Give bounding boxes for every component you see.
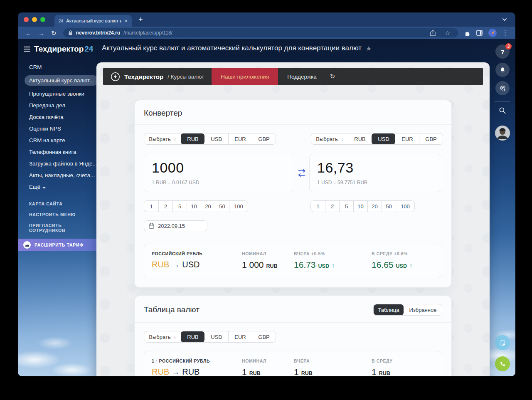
tab-strip: 24 Актуальный курс валют и авт × + <box>18 12 515 27</box>
to-currency-usd[interactable]: USD <box>372 133 395 144</box>
app-frame: Техдиректор / Курсы валют Наши приложени… <box>96 62 490 376</box>
sidebar-item-currency-rates[interactable]: Актуальный курс валют... <box>25 75 99 86</box>
to-amount-field: 16,73 1 USD = 59.7751 RUB <box>309 154 442 192</box>
close-icon[interactable]: × <box>124 18 128 24</box>
from-mult-100[interactable]: 100 <box>229 201 248 212</box>
to-currency-rub[interactable]: RUB <box>348 133 372 144</box>
search-button[interactable] <box>498 106 507 115</box>
chat-button[interactable] <box>495 81 510 95</box>
zoom-window-button[interactable] <box>40 17 45 22</box>
upgrade-plan-button[interactable]: РАСШИРИТЬ ТАРИФ <box>18 239 96 251</box>
table-currency-rub[interactable]: RUB <box>181 331 204 342</box>
to-mult-2[interactable]: 2 <box>325 201 339 212</box>
from-currency-group: Выбрать ↓ RUB USD EUR GBP <box>144 133 276 145</box>
swap-arrows-icon <box>297 168 307 178</box>
close-window-button[interactable] <box>24 17 29 22</box>
to-currency-select[interactable]: Выбрать ↓ <box>311 133 348 144</box>
to-multiplier-group: 1 2 5 10 20 50 100 <box>310 200 415 212</box>
table-currency-usd[interactable]: USD <box>204 331 228 342</box>
date-picker[interactable]: 2022.09.15 <box>144 220 207 231</box>
to-mult-1[interactable]: 1 <box>311 201 325 212</box>
from-currency-rub[interactable]: RUB <box>181 133 204 144</box>
sidebar-item-sitemap[interactable]: КАРТА САЙТА <box>29 201 63 206</box>
browser-tab[interactable]: 24 Актуальный курс валют и авт × <box>54 15 132 27</box>
telephony-button[interactable] <box>495 356 510 371</box>
yesterday-unit: USD <box>318 263 329 269</box>
sidebar-item-more[interactable]: Ещё <box>29 183 46 190</box>
hamburger-menu-icon[interactable] <box>24 47 30 52</box>
to-mult-5[interactable]: 5 <box>339 201 353 212</box>
window-controls <box>24 17 45 22</box>
to-mult-20[interactable]: 20 <box>367 201 382 212</box>
table-currency-gbp[interactable]: GBP <box>252 331 276 342</box>
to-mult-10[interactable]: 10 <box>353 201 367 212</box>
sidebar-item-yandex-upload[interactable]: Загрузка файлов в Янде... <box>29 160 97 167</box>
share-icon[interactable] <box>427 30 438 36</box>
our-apps-button[interactable]: Наши приложения <box>212 68 278 85</box>
sidebar-item-invite-employees[interactable]: ПРИГЛАСИТЬ СОТРУДНИКОВ <box>29 223 96 233</box>
user-avatar[interactable] <box>495 125 510 141</box>
to-currency-gbp[interactable]: GBP <box>419 133 443 144</box>
right-rail: ? 3 <box>490 39 515 376</box>
from-mult-5[interactable]: 5 <box>172 201 187 212</box>
to-mult-50[interactable]: 50 <box>382 201 396 212</box>
from-amount-field[interactable]: 1000 1 RUB = 0.0167 USD <box>144 154 294 192</box>
tab-search-chevron-icon[interactable] <box>502 18 507 21</box>
minimize-window-button[interactable] <box>32 17 37 22</box>
from-mult-50[interactable]: 50 <box>215 201 229 212</box>
sidebar-item-case-transfer[interactable]: Передача дел <box>29 102 65 109</box>
sidebar-item-crm-map[interactable]: CRM на карте <box>29 137 65 144</box>
reload-button[interactable]: ↻ <box>48 30 60 36</box>
to-mult-100[interactable]: 100 <box>396 201 414 212</box>
from-currency-select[interactable]: Выбрать ↓ <box>144 133 181 144</box>
side-panel-icon[interactable] <box>473 30 485 36</box>
date-value: 2022.09.15 <box>158 223 185 229</box>
mobile-app-button[interactable] <box>495 335 510 350</box>
profile-avatar[interactable] <box>485 29 500 37</box>
view-table-button[interactable]: Таблица <box>374 304 404 315</box>
bookmark-star-icon[interactable]: ☆ <box>442 30 453 36</box>
yesterday-value: 16.73 <box>294 260 316 270</box>
forward-button[interactable]: → <box>35 30 48 36</box>
sidebar-item-phonebook[interactable]: Телефонная книга <box>29 148 76 156</box>
view-favorites-button[interactable]: Избранное <box>404 304 442 315</box>
extensions-puzzle-icon[interactable] <box>461 30 473 36</box>
sidebar-item-configure-menu[interactable]: НАСТРОИТЬ МЕНЮ <box>29 212 76 217</box>
help-question-icon: ? <box>500 48 504 55</box>
sidebar-item-crm[interactable]: CRM <box>29 64 42 71</box>
wednesday-value: 16.65 <box>372 260 394 270</box>
sidebar-item-honor-board[interactable]: Доска почёта <box>29 114 64 121</box>
address-bar[interactable]: neverov.bitrix24.ru/marketplace/app/118/… <box>63 28 458 37</box>
from-currency-gbp[interactable]: GBP <box>252 133 276 144</box>
table-title: Таблица валют <box>144 305 200 314</box>
swap-currencies-button[interactable] <box>297 168 307 178</box>
table-currency-eur[interactable]: EUR <box>228 331 252 342</box>
new-tab-button[interactable]: + <box>138 16 143 23</box>
sidebar-item-invoices[interactable]: Акты, накладные, счета... <box>29 172 95 179</box>
from-mult-2[interactable]: 2 <box>158 201 172 212</box>
table-currency-select[interactable]: Выбрать ↓ <box>144 331 181 342</box>
arrow-up-icon: ↑ <box>332 262 335 269</box>
browser-menu-icon[interactable]: ⋮ <box>500 29 511 37</box>
to-currency-eur[interactable]: EUR <box>395 133 419 144</box>
back-button[interactable]: ← <box>22 30 35 36</box>
sidebar-item-nps[interactable]: Оценки NPS <box>29 125 61 132</box>
from-amount-value[interactable]: 1000 <box>152 160 286 176</box>
favorite-star-icon[interactable]: ★ <box>366 44 372 52</box>
from-currency-usd[interactable]: USD <box>204 133 228 144</box>
from-mult-20[interactable]: 20 <box>201 201 215 212</box>
yesterday-label: ВЧЕРА <box>294 358 372 363</box>
support-button[interactable]: Поддержка <box>278 68 325 85</box>
sidebar-item-missed-calls[interactable]: Пропущенные звонки <box>29 90 84 97</box>
from-mult-1[interactable]: 1 <box>144 201 158 212</box>
row-currency-name: 1 · РОССИЙСКИЙ РУБЛЬ <box>152 358 242 363</box>
yesterday-unit: RUB <box>301 370 313 376</box>
search-icon <box>498 106 507 115</box>
bitrix-viewport: Актуальный курс валют и автоматический к… <box>18 39 515 376</box>
help-button[interactable]: ? 3 <box>495 44 510 59</box>
notifications-bell-button[interactable] <box>495 63 510 77</box>
from-currency-eur[interactable]: EUR <box>228 133 252 144</box>
from-mult-10[interactable]: 10 <box>187 201 201 212</box>
refresh-icon[interactable]: ↻ <box>326 68 340 85</box>
browser-window: 24 Актуальный курс валют и авт × + ← → ↻… <box>18 12 515 376</box>
